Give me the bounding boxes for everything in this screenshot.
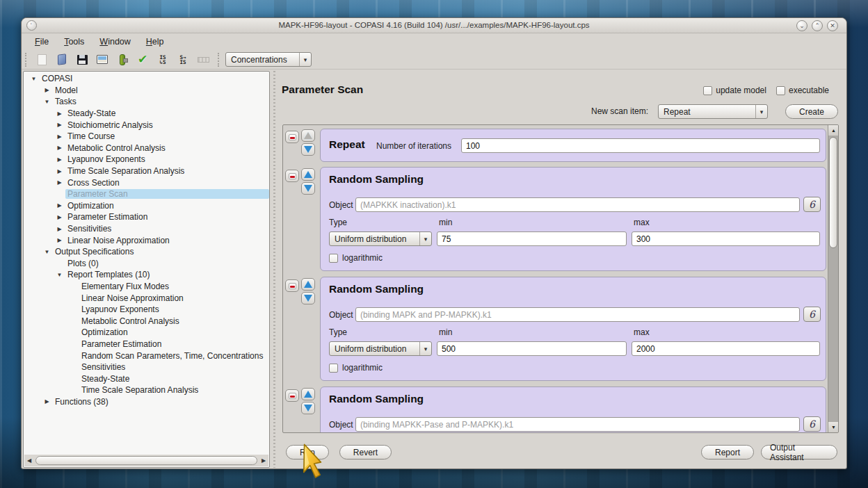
- revert-button[interactable]: Revert: [339, 445, 392, 459]
- expand-arrow-icon[interactable]: [54, 214, 65, 220]
- new-scan-item-select[interactable]: Repeat: [658, 104, 768, 119]
- maximize-button[interactable]: ⌃: [812, 20, 823, 31]
- iterations-input[interactable]: [461, 138, 820, 153]
- view-mode-select[interactable]: Concentrations: [225, 52, 312, 67]
- expand-arrow-icon[interactable]: [54, 237, 65, 243]
- object-input[interactable]: [355, 417, 800, 432]
- report-button[interactable]: Report: [701, 445, 754, 459]
- tree-item-copasi[interactable]: COPASI: [24, 73, 269, 85]
- expand-arrow-icon[interactable]: [54, 226, 65, 232]
- tree-item-metabolic-control-analysis-report[interactable]: Metabolic Control Analysis: [24, 315, 269, 327]
- tree-item-linear-noise-approximation-report[interactable]: Linear Noise Approximation: [24, 292, 269, 304]
- tree-item-time-scale-separation-report[interactable]: Time Scale Separation Analysis: [24, 384, 269, 396]
- tree-item-random-scan-parameters[interactable]: Random Scan Parameters, Time, Concentrat…: [24, 350, 269, 361]
- tree-horizontal-scrollbar[interactable]: ◀ ▶: [24, 455, 268, 466]
- scrollbar-thumb[interactable]: [35, 456, 257, 465]
- object-input[interactable]: [355, 197, 800, 212]
- scroll-left-icon[interactable]: ◀: [24, 455, 34, 466]
- move-up-button[interactable]: [301, 168, 315, 181]
- expand-arrow-icon[interactable]: [54, 168, 65, 174]
- scrollbar-thumb[interactable]: [829, 137, 837, 248]
- tree-item-metabolic-control-analysis[interactable]: Metabolic Control Analysis: [24, 143, 269, 154]
- menu-file[interactable]: File: [29, 35, 55, 48]
- close-button[interactable]: ✕: [827, 20, 838, 31]
- move-up-button[interactable]: [301, 129, 315, 142]
- tree-item-time-scale-separation[interactable]: Time Scale Separation Analysis: [24, 165, 269, 177]
- tree-item-output-specifications[interactable]: Output Specifications: [24, 246, 269, 258]
- export-image-button[interactable]: [93, 51, 111, 68]
- tree-item-steady-state-report[interactable]: Steady-State: [24, 373, 269, 384]
- expand-arrow-icon[interactable]: [54, 272, 65, 278]
- logarithmic-checkbox[interactable]: [329, 254, 338, 263]
- expand-arrow-icon[interactable]: [54, 145, 65, 151]
- tree-item-parameter-scan[interactable]: Parameter Scan: [24, 188, 269, 200]
- tree-item-plots[interactable]: Plots (0): [24, 258, 269, 270]
- expand-arrow-icon[interactable]: [54, 202, 65, 209]
- output-assistant-button[interactable]: Output Assistant: [761, 445, 837, 459]
- select-object-button[interactable]: 6: [803, 416, 821, 432]
- scroll-down-icon[interactable]: ▼: [828, 422, 839, 432]
- tree-item-parameter-estimation[interactable]: Parameter Estimation: [24, 211, 269, 223]
- tree-item-optimization[interactable]: Optimization: [24, 200, 269, 212]
- tree-item-time-course[interactable]: Time Course: [24, 131, 269, 143]
- is-to-s-button[interactable]: IS↳S: [154, 51, 172, 68]
- sbml-button[interactable]: [113, 51, 131, 68]
- tree-item-report-templates[interactable]: Report Templates (10): [24, 269, 269, 281]
- tree-item-lyapunov-exponents[interactable]: Lyapunov Exponents: [24, 154, 269, 165]
- update-model-checkbox[interactable]: [703, 86, 712, 95]
- select-object-button[interactable]: 6: [803, 197, 821, 212]
- tree-item-functions[interactable]: Functions (38): [24, 396, 269, 408]
- move-down-button[interactable]: [301, 402, 315, 414]
- toolbar-handle[interactable]: [25, 53, 30, 67]
- remove-item-button[interactable]: [285, 279, 299, 292]
- panel-splitter[interactable]: [271, 71, 278, 468]
- menu-help[interactable]: Help: [140, 35, 170, 48]
- new-file-button[interactable]: [33, 51, 51, 68]
- remove-item-button[interactable]: [285, 131, 299, 143]
- move-down-button[interactable]: [301, 182, 315, 195]
- expand-arrow-icon[interactable]: [54, 179, 65, 186]
- expand-arrow-icon[interactable]: [54, 156, 65, 163]
- remove-item-button[interactable]: [285, 170, 299, 182]
- tree-item-elementary-flux-modes[interactable]: Elementary Flux Modes: [24, 281, 269, 293]
- minimize-button[interactable]: ⌄: [796, 20, 807, 31]
- slider-button[interactable]: [194, 51, 212, 68]
- logarithmic-checkbox[interactable]: [329, 364, 338, 373]
- tree-item-model[interactable]: Model: [24, 85, 269, 97]
- scroll-up-icon[interactable]: ▲: [828, 125, 839, 136]
- executable-checkbox[interactable]: [776, 86, 785, 95]
- min-input[interactable]: [437, 341, 627, 356]
- move-down-button[interactable]: [301, 143, 315, 156]
- open-file-button[interactable]: [53, 51, 71, 68]
- tree-item-sensitivities-report[interactable]: Sensitivities: [24, 361, 269, 373]
- max-input[interactable]: [632, 341, 820, 356]
- distribution-type-select[interactable]: Uniform distribution: [329, 231, 432, 246]
- tree-item-sensitivities[interactable]: Sensitivities: [24, 223, 269, 235]
- tree-item-stoichiometric-analysis[interactable]: Stoichiometric Analysis: [24, 119, 269, 131]
- expand-arrow-icon[interactable]: [41, 87, 53, 93]
- expand-arrow-icon[interactable]: [41, 398, 53, 405]
- expand-arrow-icon[interactable]: [54, 122, 65, 128]
- tree-item-parameter-estimation-report[interactable]: Parameter Estimation: [24, 339, 269, 350]
- object-input[interactable]: [355, 307, 800, 322]
- scan-vertical-scrollbar[interactable]: ▲ ▼: [828, 125, 838, 432]
- move-up-button[interactable]: [301, 388, 315, 400]
- distribution-type-select[interactable]: Uniform distribution: [329, 341, 432, 356]
- move-up-button[interactable]: [301, 278, 315, 291]
- tree-item-linear-noise-approximation[interactable]: Linear Noise Approximation: [24, 234, 269, 246]
- min-input[interactable]: [437, 231, 627, 246]
- select-object-button[interactable]: 6: [803, 307, 821, 322]
- remove-item-button[interactable]: [285, 389, 299, 402]
- expand-arrow-icon[interactable]: [54, 133, 65, 140]
- tree-item-lyapunov-exponents-report[interactable]: Lyapunov Exponents: [24, 304, 269, 316]
- menu-tools[interactable]: Tools: [58, 35, 90, 48]
- scroll-right-icon[interactable]: ▶: [259, 455, 268, 466]
- max-input[interactable]: [632, 231, 820, 246]
- move-down-button[interactable]: [301, 292, 315, 304]
- titlebar[interactable]: MAPK-HF96-layout - COPASI 4.16 (Build 10…: [22, 18, 846, 33]
- check-model-button[interactable]: ✔: [134, 51, 152, 68]
- expand-arrow-icon[interactable]: [41, 249, 53, 255]
- s-to-is-button[interactable]: S→IS: [174, 51, 192, 68]
- expand-arrow-icon[interactable]: [28, 76, 40, 82]
- toolbar-handle-2[interactable]: [218, 53, 223, 67]
